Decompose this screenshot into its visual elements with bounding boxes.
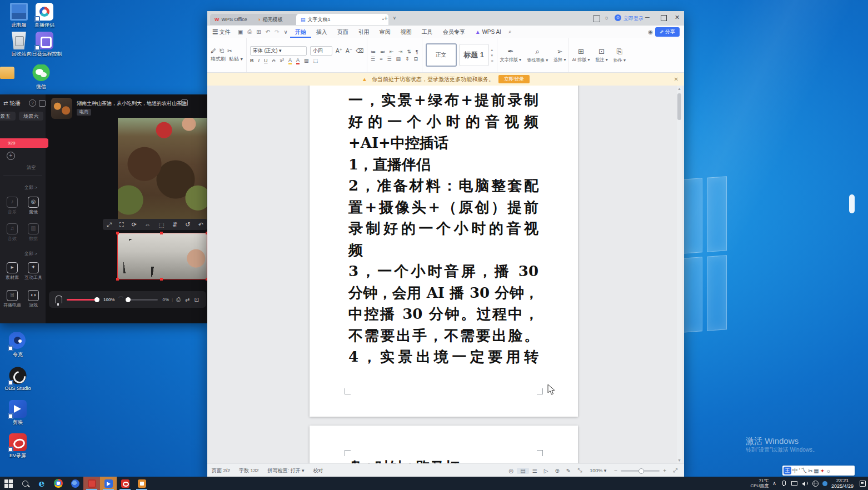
close-button[interactable]: ✕ <box>675 14 680 21</box>
line-spacing-icon[interactable]: ⇕ <box>405 56 410 62</box>
more-commands-icon[interactable]: ∨ <box>281 29 290 35</box>
desktop-icon-jianying[interactable]: 剪映 <box>0 400 36 426</box>
clear-format-icon[interactable]: ⌫ <box>356 48 363 54</box>
menu-tab-insert[interactable]: 插入 <box>311 26 332 38</box>
sidebar-item-media-library[interactable]: ▸ 素材库 <box>2 262 22 281</box>
tab-wps-home[interactable]: W WPS Office <box>210 14 259 25</box>
zoom-slider[interactable] <box>621 470 660 472</box>
tray-volume-icon[interactable] <box>801 480 808 487</box>
paste-label[interactable]: 粘贴 ▾ <box>229 56 243 63</box>
rotate-icon[interactable]: ⟳ <box>132 221 137 228</box>
mic-volume-slider[interactable] <box>67 299 99 301</box>
painter-icon[interactable]: 🖉 <box>211 48 216 54</box>
desktop-icon-live-companion[interactable]: 直播伴侣 <box>27 3 62 29</box>
taskbar-chrome[interactable] <box>50 477 67 490</box>
menu-tab-member[interactable]: 会员专享 <box>438 26 470 38</box>
monitor-volume-slider[interactable] <box>127 299 158 301</box>
distribute-icon[interactable]: ⊟ <box>414 56 418 62</box>
bold-icon[interactable]: B <box>250 58 254 63</box>
ime-skin-icon[interactable]: ✦ <box>820 468 825 474</box>
fullscreen-icon[interactable]: ⤢ <box>670 467 681 474</box>
sidebar-item-music[interactable]: ♪ 音乐 <box>2 197 22 215</box>
indent-icon[interactable]: ⇥ <box>398 49 403 54</box>
increase-font-icon[interactable]: A⁺ <box>336 48 342 54</box>
desktop-icon-quark[interactable]: 夸克 <box>0 332 36 358</box>
edit-title-icon[interactable]: ✎ <box>181 99 188 106</box>
ime-settings-icon[interactable]: ☼ <box>826 468 831 474</box>
new-tab-button[interactable]: + <box>384 14 388 22</box>
eye-mode-icon[interactable]: ◎ <box>506 468 517 474</box>
maximize-button[interactable] <box>661 15 667 21</box>
align-left-icon[interactable]: ☰ <box>371 56 375 62</box>
style-normal[interactable]: 正文 <box>426 43 457 67</box>
zoom-level[interactable]: 100% ▾ <box>585 468 611 473</box>
fullscreen-icon[interactable]: ⛶ <box>119 221 124 228</box>
taskbar-edge[interactable]: e <box>33 477 50 490</box>
status-spellcheck[interactable]: 拼写检查: 打开 ▾ <box>263 467 309 474</box>
share-button[interactable]: ⇗ 分享 <box>655 27 680 37</box>
ime-lang-icon[interactable]: 中 <box>792 467 798 474</box>
sidebar-item-mirror[interactable]: ◎ 魔镜 <box>23 197 43 215</box>
sidebar-item-ecommerce[interactable]: ⌸ 开播电商 <box>2 290 22 308</box>
menu-tab-tools[interactable]: 工具 <box>417 26 438 38</box>
edge-slider-pill[interactable] <box>849 194 855 213</box>
tray-expand-icon[interactable]: ∧ <box>772 481 776 486</box>
redo-icon[interactable]: ↷ <box>272 29 281 35</box>
switch-source-icon[interactable]: ⇄ <box>185 297 189 303</box>
menu-tab-review[interactable]: 审阅 <box>375 26 396 38</box>
taskbar-orange-app[interactable] <box>133 477 150 490</box>
ink-icon[interactable]: ✎ <box>563 468 574 474</box>
desktop-icon-obs[interactable]: OBS Studio <box>0 367 36 391</box>
ime-pen-icon[interactable]: 乀 <box>801 467 807 474</box>
zoom-in-icon[interactable]: + <box>660 468 670 474</box>
font-size-select[interactable]: 小四 <box>310 46 332 56</box>
sidebar-item-games[interactable]: ◖◗ 游戏 <box>23 290 43 308</box>
style-down-icon[interactable]: ▾ <box>491 53 493 58</box>
strike-icon[interactable]: A <box>272 58 276 63</box>
font-color-icon[interactable]: A <box>296 57 300 64</box>
wps-titlebar[interactable]: W WPS Office ◑ 稻壳模板 ▤ 文字文稿1 • + ∨ ☼ ☺ 立即… <box>207 11 684 26</box>
action-center-icon[interactable] <box>859 480 866 487</box>
outdent-icon[interactable]: ⇤ <box>390 49 394 54</box>
desktop-icon-remote-app[interactable]: 向日葵远程控制 <box>27 32 62 58</box>
font-name-select[interactable]: 宋体 (正文) ▾ <box>250 46 307 56</box>
sidebar-item-interactive-tools[interactable]: ✦ 互动工具 <box>23 262 43 281</box>
status-proof[interactable]: 校对 <box>309 467 328 474</box>
zoom-out-icon[interactable]: − <box>611 468 621 474</box>
popout-icon[interactable] <box>39 100 46 107</box>
carousel-mode[interactable]: ⇄ 轮播 <box>3 99 21 107</box>
style-up-icon[interactable]: ▴ <box>491 48 493 52</box>
align-right-icon[interactable]: ☰ <box>387 56 391 62</box>
taskbar-live-companion-active[interactable] <box>100 477 117 490</box>
menu-file[interactable]: ☰ 文件 <box>207 26 236 38</box>
folder-icon[interactable] <box>0 67 14 79</box>
monitor-output-icon[interactable]: ⊡ <box>194 297 199 303</box>
headphone-icon[interactable]: ⌒ <box>118 296 123 303</box>
scrollbar-thumb[interactable] <box>677 93 681 120</box>
settings-gear-icon[interactable]: ☼ <box>604 14 609 21</box>
tray-display-icon[interactable] <box>791 480 797 487</box>
print-preview-icon[interactable]: ⊞ <box>254 29 263 35</box>
avatar[interactable]: ☺ <box>615 14 621 21</box>
cut-icon[interactable]: ✂ <box>227 48 232 54</box>
menu-tab-reference[interactable]: 引用 <box>353 26 375 38</box>
taskbar-app-red[interactable] <box>83 477 100 490</box>
search-icon[interactable]: ⌕ <box>506 28 514 35</box>
border-icon[interactable]: ⬚ <box>313 58 318 63</box>
microphone-icon[interactable] <box>56 296 62 303</box>
underline-icon[interactable]: U <box>264 58 268 63</box>
menu-tab-wps-ai[interactable]: ▲ WPS AI <box>470 26 506 38</box>
assist-button[interactable]: ⎘协作 ▾ <box>611 38 628 72</box>
ime-punct-icon[interactable]: ' <box>799 468 800 474</box>
crop-icon[interactable]: ⬚ <box>158 221 164 228</box>
start-button[interactable] <box>0 477 17 490</box>
notice-close-icon[interactable]: ✕ <box>674 76 679 82</box>
comment-button[interactable]: ⊡批注 ▾ <box>592 38 610 72</box>
document-page-1[interactable]: 一，实景+绿布+提前录制 好的一个小时的音视频 +AI+中控插话 1，直播伴侣 … <box>310 86 578 417</box>
flip-vertical-icon[interactable]: ⇵ <box>172 221 177 228</box>
sidebar-item-sound[interactable]: ♫ 音效 <box>2 223 22 242</box>
decrease-font-icon[interactable]: A⁻ <box>346 48 352 54</box>
undo-icon[interactable]: ↶ <box>263 29 272 35</box>
scene-tab-5[interactable]: 场景五 <box>0 112 16 121</box>
monitor-volume-thumb[interactable] <box>126 297 131 302</box>
